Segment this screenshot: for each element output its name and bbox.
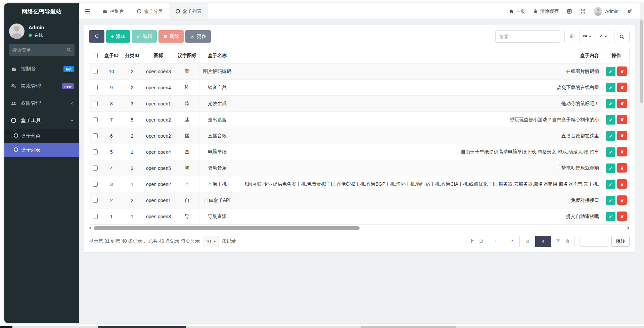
delete-label: 删除 [170, 34, 179, 40]
sidebar-item-box-category[interactable]: 盒子分类 [4, 129, 79, 143]
row-select-cell [89, 128, 101, 144]
row-delete-button[interactable] [617, 163, 627, 173]
clear-cache-label: 清除缓存 [540, 8, 559, 14]
cell-cn-icon: 自 [175, 192, 199, 208]
page-button-4[interactable]: 4 [535, 236, 551, 247]
more-label: 更多 [197, 34, 206, 40]
sidebar-item-general[interactable]: 常规管理 new [4, 78, 79, 95]
more-button[interactable]: 更多 [185, 30, 211, 43]
row-edit-button[interactable] [606, 147, 615, 157]
page-size-select[interactable]: 10 [203, 236, 219, 247]
row-delete-button[interactable] [617, 83, 627, 92]
row-delete-button[interactable] [617, 212, 627, 221]
scrollbar-thumb[interactable] [94, 226, 360, 230]
menu-search-input[interactable] [9, 44, 75, 56]
scroll-right-icon[interactable] [628, 226, 630, 230]
delete-button[interactable]: 删除 [158, 30, 184, 43]
page-scrollbar[interactable] [640, 3, 644, 323]
fullscreen-icon[interactable] [580, 9, 586, 14]
language-icon[interactable] [567, 9, 572, 14]
sidebar-item-box-tools[interactable]: 盒子工具 [4, 112, 79, 129]
search-button[interactable] [614, 30, 630, 43]
row-delete-button[interactable] [617, 131, 627, 140]
sidebar-item-box-list[interactable]: 盒子列表 [4, 143, 79, 157]
home-link[interactable]: 主页 [509, 8, 525, 14]
row-delete-button[interactable] [617, 147, 627, 156]
row-checkbox[interactable] [93, 214, 98, 219]
page-scrollbar-thumb[interactable] [640, 19, 643, 103]
cell-cn-icon: 导 [175, 208, 199, 225]
horizontal-scrollbar[interactable] [89, 226, 630, 230]
sidebar-item-label: 盒子工具 [21, 117, 41, 124]
tab-console[interactable]: 控制台 [96, 3, 131, 19]
user-menu[interactable]: Admin [594, 7, 618, 16]
row-edit-button[interactable] [606, 115, 615, 125]
tab-box-list[interactable]: 盒子列表 [169, 3, 208, 19]
row-edit-button[interactable] [606, 212, 615, 221]
row-select-cell [89, 144, 101, 160]
sidebar-toggle-icon[interactable] [79, 3, 96, 19]
row-edit-button[interactable] [606, 180, 615, 189]
page-button-3[interactable]: 3 [519, 236, 536, 247]
page-button-2[interactable]: 2 [504, 236, 520, 247]
refresh-button[interactable] [89, 30, 104, 43]
row-delete-button[interactable] [617, 99, 627, 108]
settings-gears-icon[interactable] [627, 8, 632, 14]
scroll-left-icon[interactable] [89, 226, 91, 230]
edit-button[interactable]: 编辑 [132, 30, 157, 43]
row-checkbox[interactable] [93, 149, 98, 154]
cell-content: 免费对接接口 [235, 192, 603, 208]
prev-page-button[interactable]: 上一页 [465, 236, 488, 247]
row-checkbox[interactable] [93, 198, 98, 203]
export-button[interactable] [595, 30, 610, 43]
pencil-icon [609, 198, 613, 202]
cell-cat-id: 2 [122, 63, 142, 80]
add-button[interactable]: + 添加 [106, 30, 130, 43]
row-edit-button[interactable] [606, 131, 615, 141]
cell-cat-id: 3 [122, 96, 142, 112]
row-delete-button[interactable] [617, 195, 627, 205]
next-page-button[interactable]: 下一页 [551, 236, 574, 247]
sidebar-item-console[interactable]: 控制台 hot [4, 60, 79, 78]
pencil-icon [609, 118, 613, 122]
pencil-icon [609, 102, 613, 106]
view-button-group [564, 30, 610, 43]
cell-content: 一款免下载的在线白噪 [235, 80, 603, 96]
row-checkbox[interactable] [93, 101, 98, 106]
jump-button[interactable]: 跳转 [611, 236, 630, 247]
row-checkbox[interactable] [93, 69, 98, 74]
row-edit-button[interactable] [606, 163, 615, 173]
row-checkbox[interactable] [93, 85, 98, 90]
row-edit-button[interactable] [606, 196, 615, 205]
cell-cat-id: 2 [122, 128, 142, 144]
row-delete-button[interactable] [617, 179, 627, 189]
jump-page-input[interactable] [580, 236, 608, 247]
tab-box-category[interactable]: 盒子分类 [131, 3, 169, 19]
sidebar-menu: 控制台 hot 常规管理 new 权限管理 [4, 60, 79, 323]
cell-name: 电脑壁纸 [199, 144, 235, 160]
clear-cache-link[interactable]: 清除缓存 [533, 8, 559, 14]
row-edit-button[interactable] [606, 67, 615, 76]
row-checkbox[interactable] [93, 133, 98, 138]
row-checkbox[interactable] [93, 166, 98, 171]
trash-icon [533, 9, 538, 14]
row-checkbox[interactable] [93, 182, 98, 187]
row-edit-button[interactable] [606, 83, 615, 92]
page-button-1[interactable]: 1 [488, 236, 504, 247]
row-edit-button[interactable] [606, 99, 615, 108]
select-all-checkbox[interactable] [93, 53, 98, 58]
row-delete-button[interactable] [617, 66, 627, 76]
table-row: 92open open4聆铃音自然一款免下载的在线白噪 [89, 80, 630, 96]
row-delete-button[interactable] [617, 115, 627, 124]
sidebar-item-permissions[interactable]: 权限管理 [4, 95, 79, 112]
pagination-info-left: 显示第 31 到第 40 条记录， 总共 40 条记录 每页显示 [89, 238, 200, 244]
row-select-cell [89, 63, 101, 80]
circle-icon [176, 9, 180, 13]
cell-actions [603, 96, 630, 112]
cell-box-id: 9 [101, 80, 122, 96]
toggle-view-button[interactable] [564, 30, 580, 43]
columns-button[interactable] [580, 30, 595, 43]
col-content: 盒子内容 [235, 48, 603, 63]
table-search-input[interactable] [495, 30, 560, 43]
row-checkbox[interactable] [93, 117, 98, 122]
